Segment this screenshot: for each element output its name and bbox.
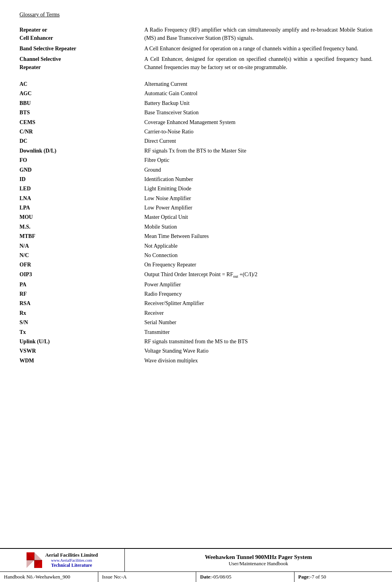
abbrev-row: CEMSCoverage Enhanced Management System	[20, 118, 372, 127]
issue-label: Issue No:-A	[102, 574, 127, 580]
footer-issue: Issue No:-A	[98, 572, 197, 582]
footer-date: Date:-05/08/05	[196, 572, 294, 582]
abbrev-term: MTBF	[20, 232, 144, 241]
abbrev-term: LPA	[20, 204, 144, 212]
abbrev-definition: Wave division multiplex	[144, 357, 372, 365]
abbrev-definition: Direct Current	[144, 137, 372, 146]
abbrev-term: S/N	[20, 318, 144, 327]
abbrev-definition: Battery Backup Unit	[144, 99, 372, 108]
abbrev-term: GND	[20, 166, 144, 174]
abbrev-term: RSA	[20, 299, 144, 308]
abbrev-term: OFR	[20, 261, 144, 269]
abbrev-row: OIP3Output Third Order Intercept Point =…	[20, 270, 372, 280]
abbrev-definition: Radio Frequency	[144, 290, 372, 298]
page-bold: Page	[298, 574, 309, 580]
abbrev-definition: Not Applicable	[144, 242, 372, 250]
abbrev-definition: Serial Number	[144, 318, 372, 327]
page: Glossary of Terms Repeater or Cell Enhan…	[0, 0, 392, 582]
glossary-title: Glossary of Terms	[20, 12, 372, 18]
term-csr-line2: Repeater	[20, 64, 41, 70]
abbrev-definition: Ground	[144, 166, 372, 174]
abbrev-row: OFROn Frequency Repeater	[20, 261, 372, 269]
term-bsr: Band Selective Repeater	[20, 44, 144, 53]
abbrev-row: RSAReceiver/Splitter Amplifier	[20, 299, 372, 308]
term-line1: Repeater or	[20, 27, 47, 33]
abbrev-definition: RF signals transmitted from the MS to th…	[144, 337, 372, 346]
footer-page: Page:-7 of 50	[294, 572, 392, 582]
abbrev-definition: Receiver/Splitter Amplifier	[144, 299, 372, 308]
abbrev-term: LNA	[20, 194, 144, 203]
aerial-facilities-logo-icon	[27, 552, 42, 568]
term-line2: Cell Enhancer	[20, 35, 53, 41]
abbrev-row: Uplink (U/L)RF signals transmitted from …	[20, 337, 372, 346]
abbrev-row: S/NSerial Number	[20, 318, 372, 327]
company-url: www.AerialFacilities.com	[51, 558, 92, 562]
abbrev-row: PAPower Amplifier	[20, 280, 372, 289]
company-name: Aerial Facilities Limited	[45, 552, 98, 558]
tech-lit: Technical Literature	[51, 562, 92, 568]
abbrev-definition: Power Amplifier	[144, 280, 372, 289]
definition-row-repeater: Repeater or Cell Enhancer A Radio Freque…	[20, 26, 372, 42]
abbrev-row: N/ANot Applicable	[20, 242, 372, 250]
abbrev-definition: Low Noise Amplifier	[144, 194, 372, 203]
abbrev-row: Downlink (D/L)RF signals Tx from the BTS…	[20, 147, 372, 155]
abbrev-definition: Alternating Current	[144, 80, 372, 89]
abbrev-definition: Mean Time Between Failures	[144, 232, 372, 241]
abbrev-term: Uplink (U/L)	[20, 337, 144, 346]
abbrev-row: AGCAutomatic Gain Control	[20, 89, 372, 98]
footer-logo-cell: Aerial Facilities Limited www.AerialFaci…	[0, 549, 125, 571]
abbrev-row: M.S.Mobile Station	[20, 223, 372, 231]
abbrev-definition: Master Optical Unit	[144, 213, 372, 222]
abbrev-definition: On Frequency Repeater	[144, 261, 372, 269]
handbook-label: Handbook Nō.-Weehawken_900	[4, 574, 70, 580]
footer-handbook: Handbook Nō.-Weehawken_900	[0, 572, 98, 582]
term-bsr-text: Band Selective Repeater	[20, 46, 76, 51]
abbrev-term: DC	[20, 137, 144, 146]
abbrev-definition: Low Power Amplifier	[144, 204, 372, 212]
abbrev-definition: Transmitter	[144, 328, 372, 337]
abbrev-definition: Identification Number	[144, 175, 372, 184]
abbrev-row: IDIdentification Number	[20, 175, 372, 184]
definition-row-csr: Channel Selective Repeater A Cell Enhanc…	[20, 55, 372, 71]
footer-top: Aerial Facilities Limited www.AerialFaci…	[0, 549, 392, 572]
abbrev-definition: Coverage Enhanced Management System	[144, 118, 372, 127]
abbreviations-table: ACAlternating CurrentAGCAutomatic Gain C…	[20, 80, 372, 365]
abbrev-row: MOUMaster Optical Unit	[20, 213, 372, 222]
term-csr-line1: Channel Selective	[20, 56, 61, 62]
spacer1	[20, 74, 372, 78]
abbrev-definition: RF signals Tx from the BTS to the Master…	[144, 147, 372, 155]
footer-bottom: Handbook Nō.-Weehawken_900 Issue No:-A D…	[0, 572, 392, 582]
abbrev-definition: Light Emitting Diode	[144, 185, 372, 193]
abbrev-row: C/NRCarrier-to-Noise Ratio	[20, 128, 372, 136]
abbrev-row: LPALow Power Amplifier	[20, 204, 372, 212]
content-area: Glossary of Terms Repeater or Cell Enhan…	[20, 12, 372, 582]
term-repeater: Repeater or Cell Enhancer	[20, 26, 144, 42]
abbrev-term: N/C	[20, 251, 144, 260]
abbrev-row: BBUBattery Backup Unit	[20, 99, 372, 108]
abbrev-term: VSWR	[20, 347, 144, 355]
abbrev-term: FO	[20, 156, 144, 165]
abbrev-term: BBU	[20, 99, 144, 108]
abbrev-definition: Automatic Gain Control	[144, 89, 372, 98]
abbrev-definition: Carrier-to-Noise Ratio	[144, 128, 372, 136]
abbrev-definition: No Connection	[144, 251, 372, 260]
abbrev-row: GNDGround	[20, 166, 372, 174]
definition-row-bsr: Band Selective Repeater A Cell Enhancer …	[20, 44, 372, 53]
abbrev-row: FOFibre Optic	[20, 156, 372, 165]
abbrev-term: N/A	[20, 242, 144, 250]
footer-logo-row: Aerial Facilities Limited www.AerialFaci…	[27, 552, 98, 568]
abbrev-row: TxTransmitter	[20, 328, 372, 337]
def-csr: A Cell Enhancer, designed for operation …	[144, 55, 372, 71]
footer: Aerial Facilities Limited www.AerialFaci…	[0, 548, 392, 582]
abbrev-definition: Fibre Optic	[144, 156, 372, 165]
abbrev-row: LEDLight Emitting Diode	[20, 185, 372, 193]
abbrev-term: LED	[20, 185, 144, 193]
abbrev-term: OIP3	[20, 270, 144, 280]
abbrev-term: ID	[20, 175, 144, 184]
abbrev-term: CEMS	[20, 118, 144, 127]
def-bsr: A Cell Enhancer designed for operation o…	[144, 44, 372, 53]
abbrev-term: M.S.	[20, 223, 144, 231]
term-csr: Channel Selective Repeater	[20, 55, 144, 71]
abbrev-row: BTSBase Transceiver Station	[20, 108, 372, 117]
abbrev-term: RF	[20, 290, 144, 298]
